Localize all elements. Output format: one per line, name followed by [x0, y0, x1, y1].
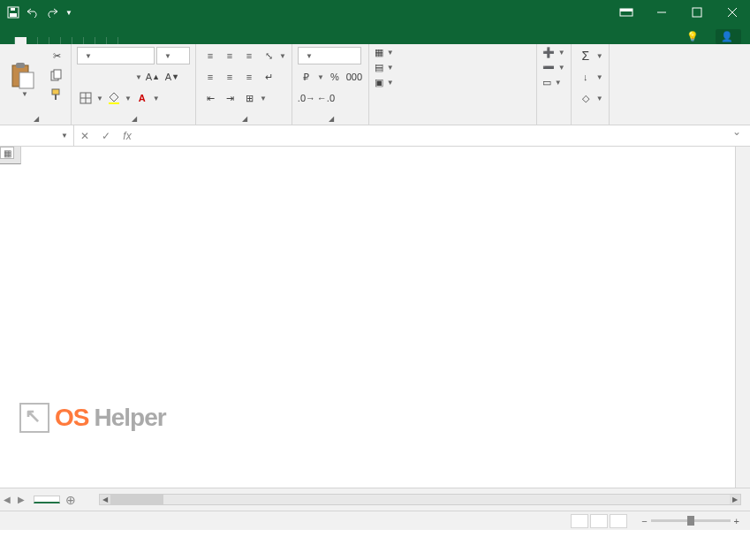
- cond-format-icon: ▦: [375, 47, 383, 58]
- wrap-text-icon[interactable]: ↵: [260, 68, 277, 86]
- format-icon: ▭: [542, 77, 551, 88]
- conditional-formatting-button[interactable]: ▦ ▼: [375, 47, 531, 58]
- title-bar: ▼: [0, 0, 750, 25]
- undo-icon[interactable]: [27, 6, 39, 19]
- decrease-decimal-icon[interactable]: ←.0: [317, 89, 335, 107]
- tab-home[interactable]: [15, 37, 27, 44]
- zoom-in-icon[interactable]: +: [734, 516, 739, 526]
- autosum-icon[interactable]: Σ: [577, 47, 595, 64]
- dialog-launcher-icon[interactable]: ◢: [34, 115, 39, 123]
- maximize-icon[interactable]: [679, 0, 715, 25]
- dialog-launcher-icon[interactable]: ◢: [242, 115, 247, 123]
- font-size-select[interactable]: ▼: [156, 47, 190, 64]
- align-bottom-icon[interactable]: ≡: [240, 47, 258, 64]
- align-right-icon[interactable]: ≡: [240, 68, 258, 86]
- format-painter-icon[interactable]: [48, 86, 65, 103]
- borders-icon[interactable]: [77, 89, 95, 107]
- group-styles: ▦ ▼ ▤ ▼ ▣ ▼: [369, 44, 537, 125]
- group-font: ▼ ▼ ▼ A▲ A▼ ▼ ▼ A▼ ◢: [72, 44, 196, 125]
- save-icon[interactable]: [7, 6, 19, 19]
- tab-insert[interactable]: [27, 37, 38, 44]
- italic-button[interactable]: [96, 68, 114, 86]
- sheet-nav-next-icon[interactable]: ▶: [14, 495, 28, 504]
- svg-rect-15: [55, 95, 57, 100]
- view-page-layout-icon[interactable]: [590, 514, 608, 528]
- ribbon-tabs: 💡 👤: [0, 25, 750, 44]
- format-cells-button[interactable]: ▭ ▼: [542, 77, 565, 88]
- increase-decimal-icon[interactable]: .0→: [298, 89, 315, 107]
- align-middle-icon[interactable]: ≡: [221, 47, 239, 64]
- ribbon-options-icon[interactable]: [609, 0, 644, 25]
- sheet-tab[interactable]: [34, 496, 60, 503]
- qat-dropdown-icon[interactable]: ▼: [65, 9, 72, 17]
- worksheet[interactable]: ▦ OS Helper: [0, 147, 750, 488]
- increase-font-icon[interactable]: A▲: [144, 68, 162, 86]
- copy-icon[interactable]: [48, 66, 65, 84]
- name-box[interactable]: ▼: [0, 125, 74, 146]
- tell-me[interactable]: 💡: [686, 31, 701, 42]
- svg-rect-11: [19, 72, 34, 88]
- align-top-icon[interactable]: ≡: [201, 47, 219, 64]
- tab-layout[interactable]: [38, 37, 49, 44]
- cancel-formula-icon[interactable]: ✕: [74, 130, 95, 142]
- number-format-select[interactable]: ▼: [298, 47, 361, 64]
- formula-bar: ▼ ✕ ✓ fx ⌄: [0, 125, 750, 147]
- enter-formula-icon[interactable]: ✓: [95, 130, 117, 142]
- fill-color-icon[interactable]: [105, 89, 123, 107]
- new-sheet-icon[interactable]: ⊕: [60, 493, 81, 507]
- align-center-icon[interactable]: ≡: [221, 68, 239, 86]
- cut-icon[interactable]: ✂: [48, 47, 65, 64]
- formula-input[interactable]: [138, 130, 732, 142]
- view-page-break-icon[interactable]: [610, 514, 627, 528]
- dialog-launcher-icon[interactable]: ◢: [329, 115, 334, 123]
- tab-view[interactable]: [84, 37, 95, 44]
- watermark: OS Helper: [19, 403, 166, 433]
- font-color-icon[interactable]: A: [133, 89, 151, 107]
- minimize-icon[interactable]: [644, 0, 679, 25]
- chevron-down-icon: ▼: [21, 90, 28, 98]
- tab-review[interactable]: [72, 37, 84, 44]
- fill-icon[interactable]: ↓: [577, 68, 595, 86]
- svg-rect-14: [52, 89, 59, 95]
- tab-abbyy[interactable]: [95, 37, 107, 44]
- share-button[interactable]: 👤: [716, 29, 741, 44]
- sheet-nav-prev-icon[interactable]: ◀: [0, 495, 14, 504]
- orientation-icon[interactable]: ⤡: [260, 47, 277, 64]
- horizontal-scrollbar[interactable]: ◀ ▶: [99, 494, 741, 505]
- zoom-out-icon[interactable]: −: [641, 516, 647, 526]
- underline-button[interactable]: [116, 68, 133, 86]
- tab-file[interactable]: [4, 37, 15, 44]
- tab-formulas[interactable]: [49, 37, 61, 44]
- vertical-scrollbar[interactable]: [735, 147, 750, 488]
- dialog-launcher-icon[interactable]: ◢: [132, 115, 137, 123]
- autofill-options-icon[interactable]: ▦: [0, 147, 14, 159]
- svg-rect-1: [10, 13, 17, 17]
- cell-styles-button[interactable]: ▣ ▼: [375, 77, 531, 88]
- close-icon[interactable]: [715, 0, 750, 25]
- cell-styles-icon: ▣: [375, 77, 383, 88]
- delete-cells-button[interactable]: ➖ ▼: [542, 62, 565, 73]
- zoom-slider[interactable]: − +: [641, 516, 743, 526]
- accounting-icon[interactable]: ₽: [298, 68, 315, 86]
- decrease-indent-icon[interactable]: ⇤: [201, 89, 219, 107]
- decrease-font-icon[interactable]: A▼: [163, 68, 181, 86]
- view-normal-icon[interactable]: [571, 514, 588, 528]
- comma-icon[interactable]: 000: [345, 68, 363, 86]
- increase-indent-icon[interactable]: ⇥: [221, 89, 239, 107]
- align-left-icon[interactable]: ≡: [201, 68, 219, 86]
- fx-icon[interactable]: fx: [117, 130, 138, 142]
- table-icon: ▤: [375, 62, 383, 73]
- paste-button[interactable]: ▼: [5, 47, 44, 113]
- insert-cells-button[interactable]: ➕ ▼: [542, 47, 565, 58]
- percent-icon[interactable]: %: [326, 68, 344, 86]
- format-table-button[interactable]: ▤ ▼: [375, 62, 531, 73]
- redo-icon[interactable]: [46, 6, 58, 19]
- expand-formula-icon[interactable]: ⌄: [732, 125, 750, 146]
- merge-icon[interactable]: ⊞: [240, 89, 258, 107]
- svg-rect-6: [693, 8, 701, 17]
- font-name-select[interactable]: ▼: [77, 47, 155, 64]
- tab-acrobat[interactable]: [107, 37, 118, 44]
- tab-data[interactable]: [61, 37, 72, 44]
- bold-button[interactable]: [77, 68, 95, 86]
- clear-icon[interactable]: ◇: [577, 89, 595, 107]
